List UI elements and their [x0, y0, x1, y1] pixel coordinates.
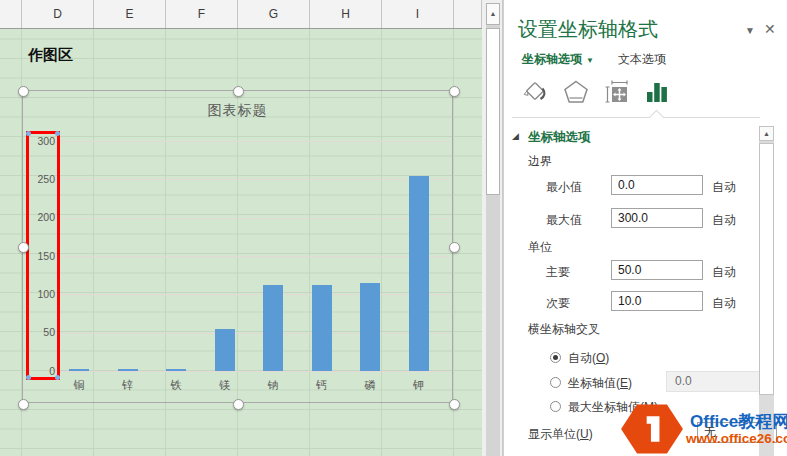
- radio-axis-value[interactable]: [550, 377, 561, 388]
- display-units-label: 显示单位(U): [528, 426, 593, 443]
- scroll-up-icon[interactable]: ▲: [486, 3, 500, 25]
- x-axis-category-label[interactable]: 铜: [55, 378, 103, 393]
- axis-value-input-disabled[interactable]: 0.0: [666, 371, 761, 392]
- axis-handle-icon: [26, 375, 31, 380]
- section-axis-options[interactable]: 坐标轴选项: [528, 129, 591, 146]
- chart-bar[interactable]: [69, 369, 89, 371]
- chart-selection-handle[interactable]: [233, 399, 244, 410]
- column-header-d[interactable]: D: [22, 0, 94, 28]
- chart-selection-handle[interactable]: [449, 242, 460, 253]
- chart-gridline: [59, 179, 448, 180]
- minor-unit-input[interactable]: 10.0: [611, 291, 703, 311]
- plot-area-tooltip: 作图区: [28, 46, 73, 65]
- tab-axis-options[interactable]: 坐标轴选项▼: [522, 51, 594, 68]
- sheet-scrollbar: ▲: [482, 0, 503, 456]
- collapse-section-icon[interactable]: ◢: [512, 131, 519, 141]
- chart-bar[interactable]: [409, 176, 429, 372]
- office-logo-icon: [620, 403, 684, 455]
- maximum-reset-button[interactable]: 自动: [712, 212, 736, 229]
- chart-bar[interactable]: [360, 283, 380, 371]
- minor-unit-label: 次要: [546, 295, 570, 312]
- major-unit-reset-button[interactable]: 自动: [712, 264, 736, 281]
- excel-window: D E F G H I 作图区 图表标题 050100150200250300铜…: [0, 0, 787, 456]
- fill-line-icon[interactable]: [521, 78, 549, 106]
- column-header-e[interactable]: E: [94, 0, 166, 28]
- chart-gridline: [59, 333, 448, 334]
- chart-selection-handle[interactable]: [233, 86, 244, 97]
- chart-gridline: [59, 218, 448, 219]
- chart-gridline: [59, 371, 448, 372]
- chart-gridline: [59, 256, 448, 257]
- chart-frame[interactable]: 图表标题 050100150200250300铜锌铁镁钠钙磷钾: [22, 90, 453, 403]
- radio-automatic[interactable]: [550, 352, 561, 363]
- units-group-label: 单位: [528, 239, 552, 256]
- chart-bar[interactable]: [166, 369, 186, 371]
- column-header-i[interactable]: I: [382, 0, 454, 28]
- pane-title: 设置坐标轴格式: [518, 16, 658, 43]
- maximum-input[interactable]: 300.0: [611, 208, 703, 228]
- tab-text-options[interactable]: 文本选项: [618, 51, 666, 68]
- axis-handle-icon: [55, 131, 60, 136]
- major-unit-input[interactable]: 50.0: [611, 260, 703, 280]
- pane-scroll-up-icon[interactable]: ▲: [759, 126, 774, 141]
- effects-icon[interactable]: [562, 78, 590, 106]
- watermark-site-name: Office教程网: [690, 410, 787, 433]
- chart-bar[interactable]: [118, 369, 138, 371]
- chart-selection-handle[interactable]: [449, 86, 460, 97]
- chart-bar[interactable]: [215, 329, 235, 371]
- minimum-reset-button[interactable]: 自动: [712, 179, 736, 196]
- chart-selection-handle[interactable]: [18, 242, 29, 253]
- axis-handle-icon: [26, 131, 31, 136]
- size-properties-icon[interactable]: [603, 78, 631, 106]
- pane-close-icon[interactable]: ✕: [764, 21, 776, 37]
- axis-options-chart-icon[interactable]: [643, 78, 671, 106]
- pane-options-dropdown-icon[interactable]: ▼: [745, 25, 755, 36]
- maximum-label: 最大值: [546, 212, 582, 229]
- column-header-partial[interactable]: [0, 0, 22, 28]
- value-axis-highlight[interactable]: [26, 131, 60, 380]
- column-header-partial-right[interactable]: [454, 0, 482, 28]
- watermark: Office教程网 www.office26.com: [618, 399, 787, 456]
- x-axis-category-label[interactable]: 钾: [395, 378, 443, 393]
- x-axis-category-label[interactable]: 锌: [104, 378, 152, 393]
- x-axis-category-label[interactable]: 钙: [298, 378, 346, 393]
- x-axis-category-label[interactable]: 铁: [152, 378, 200, 393]
- chart-gridline: [59, 294, 448, 295]
- chart-selection-handle[interactable]: [18, 86, 29, 97]
- column-header-f[interactable]: F: [166, 0, 238, 28]
- minor-unit-reset-button[interactable]: 自动: [712, 295, 736, 312]
- major-unit-label: 主要: [546, 264, 570, 281]
- radio-max-axis-value[interactable]: [550, 401, 561, 412]
- x-axis-category-label[interactable]: 钠: [249, 378, 297, 393]
- chart-title[interactable]: 图表标题: [23, 102, 452, 120]
- chart-selection-handle[interactable]: [18, 399, 29, 410]
- worksheet[interactable]: D E F G H I 作图区 图表标题 050100150200250300铜…: [0, 0, 482, 456]
- watermark-site-url: www.office26.com: [686, 431, 787, 446]
- column-header-row: D E F G H I: [0, 0, 482, 29]
- format-axis-pane: 设置坐标轴格式 ▼ ✕ 坐标轴选项▼ 文本选项: [503, 0, 787, 456]
- pane-divider: [512, 117, 760, 118]
- x-axis-category-label[interactable]: 镁: [201, 378, 249, 393]
- chevron-down-icon: ▼: [586, 56, 594, 65]
- selected-tab-caret: [649, 110, 665, 126]
- chart-gridline: [59, 141, 448, 142]
- pane-scrollbar-thumb[interactable]: [759, 143, 774, 395]
- column-header-g[interactable]: G: [238, 0, 310, 28]
- minimum-label: 最小值: [546, 179, 582, 196]
- chart-bar[interactable]: [312, 285, 332, 371]
- chart-bar[interactable]: [263, 285, 283, 371]
- x-axis-category-label[interactable]: 磷: [346, 378, 394, 393]
- boundary-group-label: 边界: [528, 153, 552, 170]
- axis-handle-icon: [55, 375, 60, 380]
- column-header-h[interactable]: H: [310, 0, 382, 28]
- radio-automatic-label[interactable]: 自动(O): [568, 350, 609, 367]
- radio-axis-value-label[interactable]: 坐标轴值(E): [568, 375, 632, 392]
- chart-selection-handle[interactable]: [449, 399, 460, 410]
- axis-crosses-group-label: 横坐标轴交叉: [528, 321, 600, 338]
- sheet-scrollbar-thumb[interactable]: [486, 28, 500, 195]
- minimum-input[interactable]: 0.0: [611, 175, 703, 195]
